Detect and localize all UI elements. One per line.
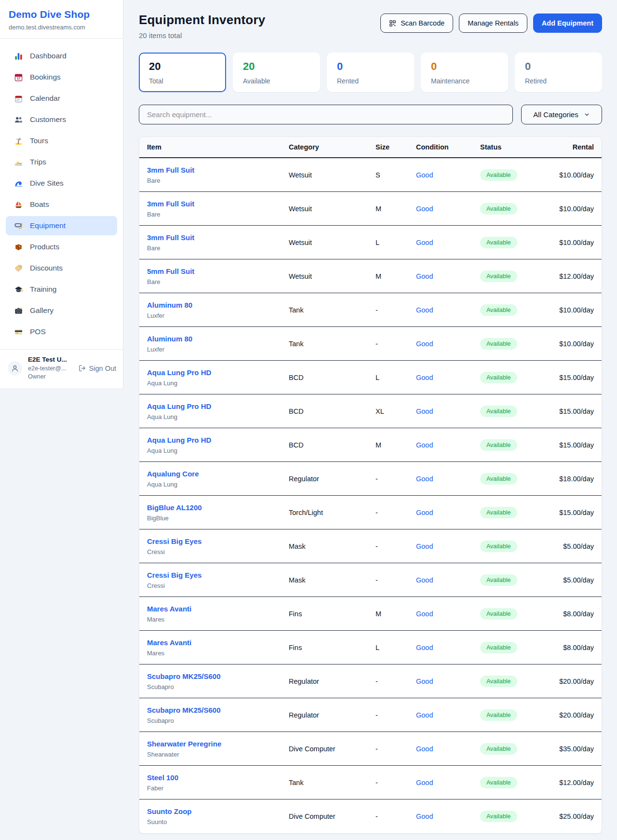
item-name-link[interactable]: 3mm Full Suit bbox=[147, 166, 281, 174]
item-name-link[interactable]: Scubapro MK25/S600 bbox=[147, 706, 281, 714]
search-input[interactable] bbox=[139, 105, 513, 124]
sidebar-item-label: Dashboard bbox=[30, 52, 67, 60]
sidebar-item-dashboard[interactable]: Dashboard bbox=[6, 46, 117, 66]
status-cell: Available bbox=[472, 676, 547, 687]
condition-link[interactable]: Good bbox=[408, 779, 472, 786]
item-name-link[interactable]: Steel 100 bbox=[147, 773, 281, 782]
condition-link[interactable]: Good bbox=[408, 644, 472, 651]
item-name-link[interactable]: Suunto Zoop bbox=[147, 807, 281, 815]
sidebar-item-icon bbox=[14, 94, 23, 103]
stat-card-rented[interactable]: 0 Rented bbox=[327, 53, 414, 92]
item-name-link[interactable]: 3mm Full Suit bbox=[147, 233, 281, 242]
person-icon bbox=[11, 364, 19, 373]
rental-cell: $12.00/day bbox=[547, 272, 602, 280]
condition-link[interactable]: Good bbox=[408, 576, 472, 584]
item-name-link[interactable]: Scubapro MK25/S600 bbox=[147, 672, 281, 680]
sign-out-label: Sign Out bbox=[89, 365, 116, 372]
item-name-link[interactable]: 5mm Full Suit bbox=[147, 267, 281, 275]
status-badge: Available bbox=[480, 372, 517, 383]
condition-link[interactable]: Good bbox=[408, 374, 472, 381]
sidebar-item-dive-sites[interactable]: Dive Sites bbox=[6, 174, 117, 193]
sidebar-item-tours[interactable]: Tours bbox=[6, 131, 117, 150]
table-row: Aqua Lung Pro HD Aqua Lung BCD M Good Av… bbox=[139, 428, 602, 462]
item-name-link[interactable]: Aqua Lung Pro HD bbox=[147, 436, 281, 444]
scan-barcode-button[interactable]: Scan Barcode bbox=[380, 14, 453, 33]
column-header-size: Size bbox=[368, 143, 408, 151]
item-cell: Aqua Lung Pro HD Aqua Lung bbox=[139, 436, 281, 454]
condition-link[interactable]: Good bbox=[408, 441, 472, 449]
condition-link[interactable]: Good bbox=[408, 509, 472, 516]
sidebar-item-training[interactable]: Training bbox=[6, 280, 117, 299]
size-cell: - bbox=[368, 711, 408, 719]
stat-card-available[interactable]: 20 Available bbox=[233, 53, 320, 92]
sidebar-item-gallery[interactable]: Gallery bbox=[6, 301, 117, 320]
item-name-link[interactable]: Aluminum 80 bbox=[147, 301, 281, 309]
condition-link[interactable]: Good bbox=[408, 171, 472, 179]
item-name-link[interactable]: Mares Avanti bbox=[147, 605, 281, 613]
rental-cell: $8.00/day bbox=[547, 644, 602, 651]
table-row: Aluminum 80 Luxfer Tank - Good Available… bbox=[139, 293, 602, 327]
sidebar-item-discounts[interactable]: Discounts bbox=[6, 258, 117, 278]
condition-link[interactable]: Good bbox=[408, 745, 472, 753]
item-name-link[interactable]: Shearwater Peregrine bbox=[147, 740, 281, 748]
item-name-link[interactable]: Aluminum 80 bbox=[147, 335, 281, 343]
condition-link[interactable]: Good bbox=[408, 205, 472, 213]
add-equipment-button[interactable]: Add Equipment bbox=[533, 14, 602, 33]
sidebar-item-trips[interactable]: Trips bbox=[6, 152, 117, 172]
item-name-link[interactable]: Cressi Big Eyes bbox=[147, 537, 281, 545]
table-row: Aqua Lung Pro HD Aqua Lung BCD XL Good A… bbox=[139, 394, 602, 428]
condition-link[interactable]: Good bbox=[408, 475, 472, 483]
status-cell: Available bbox=[472, 439, 547, 451]
main-content: Equipment Inventory 20 items total Scan … bbox=[123, 0, 617, 834]
sign-out-button[interactable]: Sign Out bbox=[79, 365, 116, 372]
condition-link[interactable]: Good bbox=[408, 272, 472, 280]
rental-cell: $8.00/day bbox=[547, 610, 602, 618]
item-name-link[interactable]: Mares Avanti bbox=[147, 638, 281, 647]
item-name-link[interactable]: Aqualung Core bbox=[147, 470, 281, 478]
sidebar-item-calendar[interactable]: Calendar bbox=[6, 89, 117, 108]
stat-card-retired[interactable]: 0 Retired bbox=[515, 53, 602, 92]
item-name-link[interactable]: Cressi Big Eyes bbox=[147, 571, 281, 579]
sidebar-item-icon bbox=[14, 136, 23, 146]
qr-code-icon bbox=[389, 20, 396, 27]
condition-link[interactable]: Good bbox=[408, 239, 472, 246]
sidebar-item-customers[interactable]: Customers bbox=[6, 110, 117, 129]
sidebar-item-equipment[interactable]: Equipment bbox=[6, 216, 117, 235]
condition-link[interactable]: Good bbox=[408, 306, 472, 314]
brand-title[interactable]: Demo Dive Shop bbox=[9, 9, 114, 20]
item-brand: Mares bbox=[147, 650, 281, 657]
condition-link[interactable]: Good bbox=[408, 340, 472, 348]
condition-link[interactable]: Good bbox=[408, 610, 472, 618]
size-cell: - bbox=[368, 306, 408, 314]
item-name-link[interactable]: 3mm Full Suit bbox=[147, 200, 281, 208]
item-name-link[interactable]: Aqua Lung Pro HD bbox=[147, 402, 281, 410]
condition-link[interactable]: Good bbox=[408, 542, 472, 550]
category-cell: Wetsuit bbox=[281, 239, 368, 246]
stat-card-total[interactable]: 20 Total bbox=[139, 53, 226, 92]
stat-label: Retired bbox=[525, 77, 592, 85]
sidebar-item-products[interactable]: Products bbox=[6, 237, 117, 257]
category-cell: Torch/Light bbox=[281, 509, 368, 516]
status-badge: Available bbox=[480, 304, 517, 316]
status-cell: Available bbox=[472, 237, 547, 248]
item-name-link[interactable]: Aqua Lung Pro HD bbox=[147, 368, 281, 377]
sidebar-item-bookings[interactable]: Bookings bbox=[6, 68, 117, 87]
condition-link[interactable]: Good bbox=[408, 407, 472, 415]
items-total-count: 20 items total bbox=[139, 31, 265, 40]
category-select[interactable]: All Categories bbox=[521, 105, 602, 124]
condition-link[interactable]: Good bbox=[408, 677, 472, 685]
item-name-link[interactable]: BigBlue AL1200 bbox=[147, 503, 281, 512]
sidebar-item-icon bbox=[14, 73, 23, 82]
status-badge: Available bbox=[480, 709, 517, 721]
column-header-rental: Rental bbox=[547, 143, 602, 151]
manage-rentals-button[interactable]: Manage Rentals bbox=[459, 14, 527, 33]
table-row: 5mm Full Suit Bare Wetsuit M Good Availa… bbox=[139, 259, 602, 293]
size-cell: - bbox=[368, 542, 408, 550]
condition-link[interactable]: Good bbox=[408, 711, 472, 719]
sidebar-item-boats[interactable]: Boats bbox=[6, 195, 117, 214]
item-cell: Suunto Zoop Suunto bbox=[139, 807, 281, 826]
condition-link[interactable]: Good bbox=[408, 813, 472, 820]
sidebar-item-pos[interactable]: POS bbox=[6, 322, 117, 341]
stat-card-maintenance[interactable]: 0 Maintenance bbox=[421, 53, 508, 92]
rental-cell: $15.00/day bbox=[547, 374, 602, 381]
